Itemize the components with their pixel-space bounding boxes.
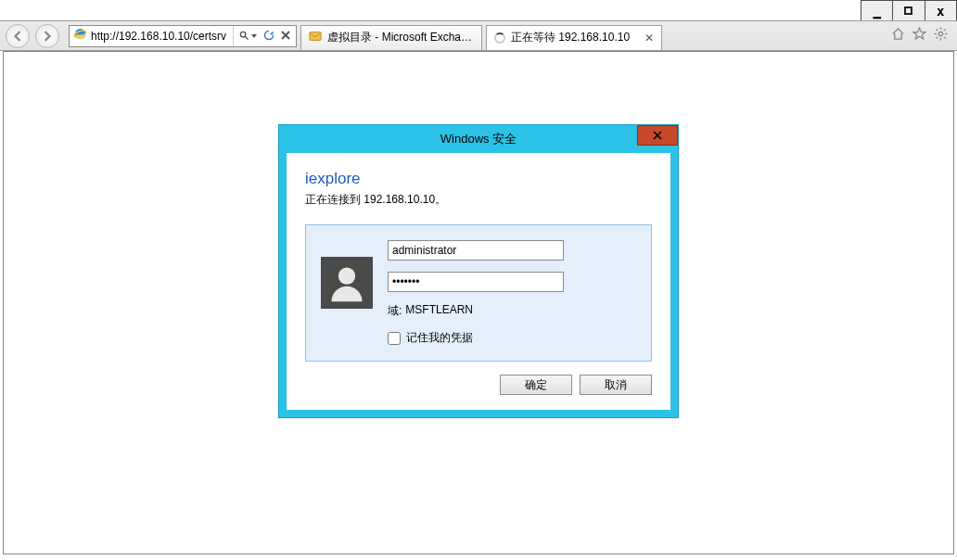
dialog-close-button[interactable] [637,125,678,146]
back-button[interactable] [6,24,30,48]
loading-spinner-icon [494,32,505,44]
forward-arrow-icon [42,31,53,42]
tab-exchange[interactable]: 虚拟目录 - Microsoft Exchan... [300,25,482,50]
tab-close-button[interactable]: ✕ [644,32,654,45]
svg-point-7 [938,32,942,35]
tab-exchange-icon [309,30,322,45]
svg-line-13 [944,37,946,39]
close-icon: x [937,4,944,19]
svg-point-18 [338,268,355,285]
ie-logo-icon [73,27,87,45]
domain-label: 域: [388,303,402,319]
minimize-button[interactable]: ▁ [861,1,892,20]
address-bar[interactable] [69,25,297,47]
app-name: iexplore [305,170,652,188]
tab-loading-label: 正在等待 192.168.10.10 [511,30,639,45]
svg-point-2 [240,32,246,37]
close-icon [653,131,662,140]
home-button[interactable] [891,27,905,45]
url-input[interactable] [91,26,233,46]
remember-label: 记住我的凭据 [406,330,473,346]
stop-button[interactable] [281,31,290,42]
search-dropdown-icon[interactable] [239,31,257,41]
refresh-button[interactable] [263,30,274,43]
dialog-body: iexplore 正在连接到 192.168.10.10。 域: MSFTLEA… [279,153,678,417]
domain-row: 域: MSFTLEARN [388,303,636,319]
browser-toolbar: 虚拟目录 - Microsoft Exchan... 正在等待 192.168.… [0,20,957,51]
favorites-button[interactable] [912,27,926,45]
connecting-text: 正在连接到 192.168.10.10。 [305,192,652,208]
tab-loading[interactable]: 正在等待 192.168.10.10 ✕ [486,25,662,50]
svg-line-3 [245,36,248,39]
domain-value: MSFTLEARN [405,303,473,319]
minimize-icon: ▁ [873,4,880,19]
username-input[interactable] [388,240,564,261]
password-input[interactable] [388,272,564,292]
settings-button[interactable] [934,27,948,45]
maximize-icon [904,6,912,15]
svg-line-14 [936,37,938,39]
credentials-panel: 域: MSFTLEARN 记住我的凭据 [305,224,652,362]
tab-exchange-label: 虚拟目录 - Microsoft Exchan... [327,30,474,45]
back-arrow-icon [12,31,23,42]
remember-row[interactable]: 记住我的凭据 [388,330,636,346]
remember-checkbox[interactable] [388,332,401,345]
maximize-button[interactable] [892,1,924,20]
credential-fields: 域: MSFTLEARN 记住我的凭据 [388,240,636,346]
window-close-button[interactable]: x [925,1,956,20]
dialog-title: Windows 安全 [440,131,517,147]
cancel-button[interactable]: 取消 [580,375,652,395]
svg-rect-6 [310,32,321,41]
window-caption-buttons: ▁ x [861,0,957,20]
forward-button[interactable] [35,24,59,48]
dialog-buttons: 确定 取消 [305,375,652,395]
dialog-titlebar[interactable]: Windows 安全 [279,125,678,153]
user-avatar-icon [321,257,373,309]
credentials-dialog: Windows 安全 iexplore 正在连接到 192.168.10.10。… [278,124,679,418]
browser-tools [891,27,948,45]
address-tools [233,26,296,46]
svg-line-12 [936,29,938,31]
ok-button[interactable]: 确定 [500,375,572,395]
svg-line-15 [944,29,946,31]
